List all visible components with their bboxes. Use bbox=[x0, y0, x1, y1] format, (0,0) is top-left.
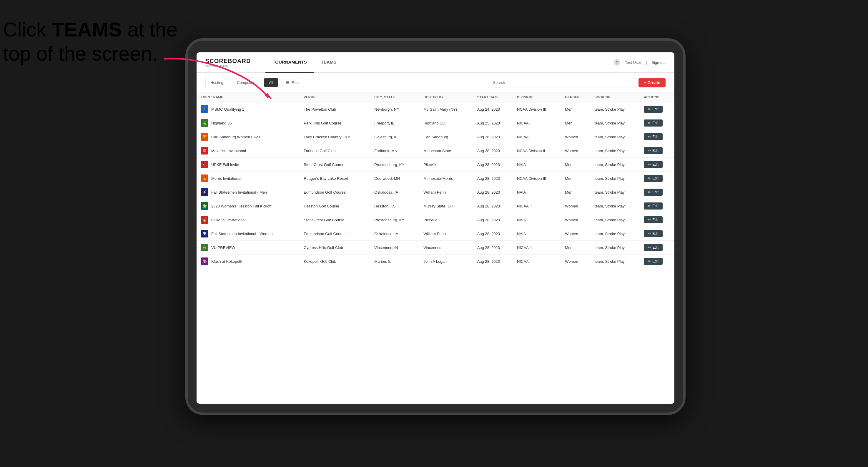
table-row: 🎨 Klash at Kokopelli Kokopelli Golf Club… bbox=[196, 254, 674, 268]
cell-city: Newburgh, NY bbox=[370, 102, 419, 116]
team-logo: 🦅 bbox=[201, 161, 208, 168]
cell-gender: Women bbox=[561, 254, 590, 268]
event-name-text: Maverick Invitational bbox=[211, 149, 246, 153]
edit-button[interactable]: ✏ Edit bbox=[644, 147, 662, 154]
sign-out-link[interactable]: Sign out bbox=[651, 60, 665, 65]
edit-icon: ✏ bbox=[648, 245, 651, 250]
edit-button[interactable]: ✏ Edit bbox=[644, 203, 662, 210]
edit-label: Edit bbox=[652, 149, 658, 153]
nav-right: ⚙ Test User | Sign out bbox=[614, 59, 665, 66]
instruction-bold: TEAMS bbox=[52, 18, 122, 41]
event-name-text: Fall Statesmen Invitational - Men bbox=[211, 190, 267, 194]
cell-venue: StoneCrest Golf Course bbox=[300, 158, 370, 172]
create-button[interactable]: + Create bbox=[639, 78, 665, 87]
all-filter-btn[interactable]: All bbox=[264, 78, 278, 87]
col-actions: ACTIONS bbox=[640, 92, 674, 102]
edit-label: Edit bbox=[652, 121, 658, 125]
edit-button[interactable]: ✏ Edit bbox=[644, 175, 662, 182]
cell-city: Prestonsburg, KY bbox=[370, 158, 419, 172]
cell-hosted: Highland CC bbox=[419, 116, 473, 130]
tab-tournaments[interactable]: TOURNAMENTS bbox=[266, 52, 314, 73]
edit-button[interactable]: ✏ Edit bbox=[644, 244, 662, 251]
edit-label: Edit bbox=[652, 176, 658, 180]
cell-hosted: Mt. Saint Mary (NY) bbox=[419, 102, 473, 116]
edit-icon: ✏ bbox=[648, 231, 651, 236]
cell-date: Aug 28, 2023 bbox=[473, 241, 513, 254]
competing-filter-btn[interactable]: Competing bbox=[232, 78, 260, 87]
edit-button[interactable]: ✏ Edit bbox=[644, 230, 662, 237]
cell-gender: Women bbox=[561, 130, 590, 144]
cell-scoring: team, Stroke Play bbox=[590, 241, 640, 254]
event-name-text: Fall Statesmen Invitational - Women bbox=[211, 231, 273, 236]
cell-city: Hesston, KS bbox=[370, 199, 419, 213]
cell-gender: Men bbox=[561, 241, 590, 254]
edit-icon: ✏ bbox=[648, 107, 651, 111]
cell-venue: StoneCrest Golf Course bbox=[300, 213, 370, 227]
cell-city: Faribault, MN bbox=[370, 144, 419, 158]
edit-label: Edit bbox=[652, 204, 658, 208]
edit-button[interactable]: ✏ Edit bbox=[644, 106, 662, 113]
cell-city: Oskaloosa, IA bbox=[370, 185, 419, 199]
cell-city: Galesburg, IL bbox=[370, 130, 419, 144]
cell-date: Aug 28, 2023 bbox=[473, 172, 513, 185]
table-row: 🌟 2023 Women's Hesston Fall Kickoff Hess… bbox=[196, 199, 674, 213]
table-row: 🎪 VU PREVIEW Cypress Hills Golf Club Vin… bbox=[196, 241, 674, 254]
cell-hosted: Murray State (OK) bbox=[419, 199, 473, 213]
edit-button[interactable]: ✏ Edit bbox=[644, 161, 662, 168]
edit-icon: ✏ bbox=[648, 176, 651, 180]
cell-division: NICAA I bbox=[513, 116, 561, 130]
table-row: 🎯 Maverick Invitational Faribault Golf C… bbox=[196, 144, 674, 158]
nav-tabs: TOURNAMENTS TEAMS bbox=[266, 52, 614, 73]
cell-division: NCAA Division II bbox=[513, 144, 561, 158]
event-name-text: Klash at Kokopelli bbox=[211, 259, 242, 264]
cell-division: NICAA II bbox=[513, 241, 561, 254]
cell-actions: ✏ Edit bbox=[640, 158, 674, 172]
top-nav: SCOREBOARD Powered by Clippit TOURNAMENT… bbox=[196, 52, 674, 73]
table-row: ⛳ Highland 36 Park Hills Golf Course Fre… bbox=[196, 116, 674, 130]
cell-date: Aug 28, 2023 bbox=[473, 227, 513, 241]
cell-hosted: Carl Sandburg bbox=[419, 130, 473, 144]
cell-city: Marion, IL bbox=[370, 254, 419, 268]
event-name-text: UPKE Fall Invite bbox=[211, 162, 239, 167]
cell-hosted: Pikeville bbox=[419, 213, 473, 227]
edit-button[interactable]: ✏ Edit bbox=[644, 216, 662, 223]
team-logo: ⛳ bbox=[201, 119, 208, 127]
cell-venue: Edmundson Golf Course bbox=[300, 227, 370, 241]
content-area: Hosting Competing All ☰ Filter + Create bbox=[196, 73, 674, 404]
cell-scoring: team, Stroke Play bbox=[590, 227, 640, 241]
col-division: DIVISION bbox=[513, 92, 561, 102]
search-input[interactable] bbox=[488, 78, 635, 87]
cell-division: NICAA II bbox=[513, 199, 561, 213]
edit-icon: ✏ bbox=[648, 149, 651, 153]
edit-button[interactable]: ✏ Edit bbox=[644, 189, 662, 196]
edit-label: Edit bbox=[652, 190, 658, 194]
search-box bbox=[488, 78, 635, 87]
cell-hosted: Pikeville bbox=[419, 158, 473, 172]
event-name-text: Morris Invitational bbox=[211, 176, 241, 181]
cell-scoring: team, Stroke Play bbox=[590, 199, 640, 213]
cell-hosted: William Penn bbox=[419, 227, 473, 241]
cell-scoring: team, Stroke Play bbox=[590, 116, 640, 130]
col-start-date: START DATE bbox=[473, 92, 513, 102]
edit-label: Edit bbox=[652, 107, 658, 111]
filter-btn[interactable]: ☰ Filter bbox=[282, 78, 304, 87]
cell-date: Aug 28, 2023 bbox=[473, 158, 513, 172]
table-container: EVENT NAME VENUE CITY, STATE HOSTED BY S… bbox=[196, 92, 674, 404]
edit-label: Edit bbox=[652, 231, 658, 236]
cell-city: Freeport, IL bbox=[370, 116, 419, 130]
cell-venue: Hesston Golf Course bbox=[300, 199, 370, 213]
edit-button[interactable]: ✏ Edit bbox=[644, 133, 662, 141]
event-name-text: Carl Sandburg Women FA23 bbox=[211, 135, 260, 139]
hosting-filter-btn[interactable]: Hosting bbox=[206, 78, 228, 87]
tab-teams[interactable]: TEAMS bbox=[314, 52, 344, 73]
filter-label: Filter bbox=[291, 80, 300, 85]
cell-date: Aug 28, 2023 bbox=[473, 213, 513, 227]
cell-event-name: 🏅 Morris Invitational bbox=[196, 172, 300, 185]
cell-scoring: team, Stroke Play bbox=[590, 185, 640, 199]
edit-button[interactable]: ✏ Edit bbox=[644, 120, 662, 127]
cell-venue: Lake Bracken Country Club bbox=[300, 130, 370, 144]
cell-gender: Women bbox=[561, 213, 590, 227]
edit-icon: ✏ bbox=[648, 218, 651, 222]
gear-icon[interactable]: ⚙ bbox=[614, 59, 620, 66]
edit-button[interactable]: ✏ Edit bbox=[644, 258, 662, 265]
